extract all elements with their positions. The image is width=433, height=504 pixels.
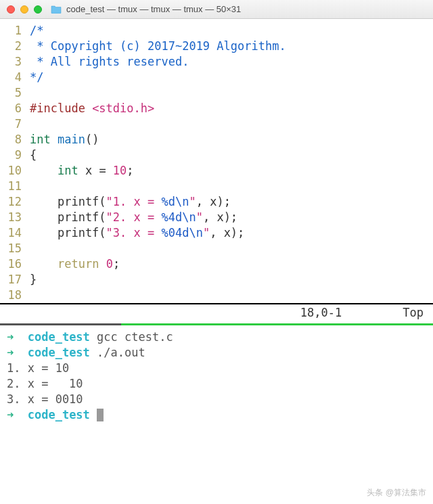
scroll-position: Top [403, 306, 424, 321]
code-line[interactable]: 3 * All rights reserved. [0, 54, 433, 70]
code-content: * All rights reserved. [30, 54, 433, 70]
code-line[interactable]: 15 [0, 241, 433, 256]
vim-statusbar: 18,0-1 Top [0, 303, 433, 321]
terminal-line: ➜ code_test ./a.out [0, 345, 433, 361]
code-content: int x = 10; [30, 163, 433, 179]
line-number: 5 [0, 85, 30, 101]
code-content: printf("3. x = %04d\n", x); [30, 225, 433, 241]
code-content: /* [30, 23, 433, 39]
code-content [30, 241, 433, 256]
code-line[interactable]: 7 [0, 116, 433, 132]
line-number: 16 [0, 256, 30, 272]
line-number: 4 [0, 70, 30, 85]
terminal-line: 3. x = 0010 [0, 392, 433, 407]
close-icon[interactable] [7, 5, 15, 14]
line-number: 11 [0, 179, 30, 194]
line-number: 18 [0, 288, 30, 303]
line-number: 8 [0, 132, 30, 147]
maximize-icon[interactable] [34, 5, 42, 14]
code-line[interactable]: 4*/ [0, 70, 433, 85]
terminal-cursor[interactable] [97, 409, 104, 421]
code-line[interactable]: 12 printf("1. x = %d\n", x); [0, 194, 433, 210]
line-number: 2 [0, 39, 30, 54]
cursor-position: 18,0-1 [300, 306, 342, 321]
code-content: #include <stdio.h> [30, 101, 433, 116]
code-line[interactable]: 13 printf("2. x = %4d\n", x); [0, 210, 433, 225]
code-line[interactable]: 17} [0, 272, 433, 288]
code-line[interactable]: 14 printf("3. x = %04d\n", x); [0, 225, 433, 241]
code-content: return 0; [30, 256, 433, 272]
code-line[interactable]: 5 [0, 85, 433, 101]
code-line[interactable]: 11 [0, 179, 433, 194]
code-line[interactable]: 18 [0, 288, 433, 303]
window-title: code_test — tmux — tmux — tmux — 50×31 [66, 4, 241, 14]
traffic-lights [7, 5, 42, 14]
terminal-line: ➜ code_test gcc ctest.c [0, 329, 433, 345]
line-number: 13 [0, 210, 30, 225]
line-number: 6 [0, 101, 30, 116]
titlebar: code_test — tmux — tmux — tmux — 50×31 [0, 0, 433, 19]
line-number: 17 [0, 272, 30, 288]
line-number: 3 [0, 54, 30, 70]
code-content: int main() [30, 132, 433, 147]
code-line[interactable]: 8int main() [0, 132, 433, 147]
code-line[interactable]: 10 int x = 10; [0, 163, 433, 179]
code-content: * Copyright (c) 2017~2019 Algorithm. [30, 39, 433, 54]
terminal-line: 2. x = 10 [0, 376, 433, 392]
line-number: 12 [0, 194, 30, 210]
code-content [30, 85, 433, 101]
code-content [30, 179, 433, 194]
code-content: { [30, 147, 433, 163]
line-number: 9 [0, 147, 30, 163]
line-number: 10 [0, 163, 30, 179]
code-line[interactable]: 6#include <stdio.h> [0, 101, 433, 116]
code-editor[interactable]: 1/*2 * Copyright (c) 2017~2019 Algorithm… [0, 19, 433, 303]
folder-icon [51, 5, 62, 14]
code-line[interactable]: 1/* [0, 23, 433, 39]
code-content [30, 116, 433, 132]
terminal-pane[interactable]: ➜ code_test gcc ctest.c➜ code_test ./a.o… [0, 325, 433, 423]
line-number: 1 [0, 23, 30, 39]
code-line[interactable]: 2 * Copyright (c) 2017~2019 Algorithm. [0, 39, 433, 54]
line-number: 15 [0, 241, 30, 256]
line-number: 7 [0, 116, 30, 132]
code-line[interactable]: 16 return 0; [0, 256, 433, 272]
watermark: 头条 @算法集市 [367, 487, 426, 499]
code-content: printf("2. x = %4d\n", x); [30, 210, 433, 225]
minimize-icon[interactable] [20, 5, 28, 14]
code-content: */ [30, 70, 433, 85]
code-content [30, 288, 433, 303]
code-content: } [30, 272, 433, 288]
code-line[interactable]: 9{ [0, 147, 433, 163]
terminal-line: ➜ code_test [0, 407, 433, 423]
code-content: printf("1. x = %d\n", x); [30, 194, 433, 210]
terminal-line: 1. x = 10 [0, 361, 433, 376]
line-number: 14 [0, 225, 30, 241]
